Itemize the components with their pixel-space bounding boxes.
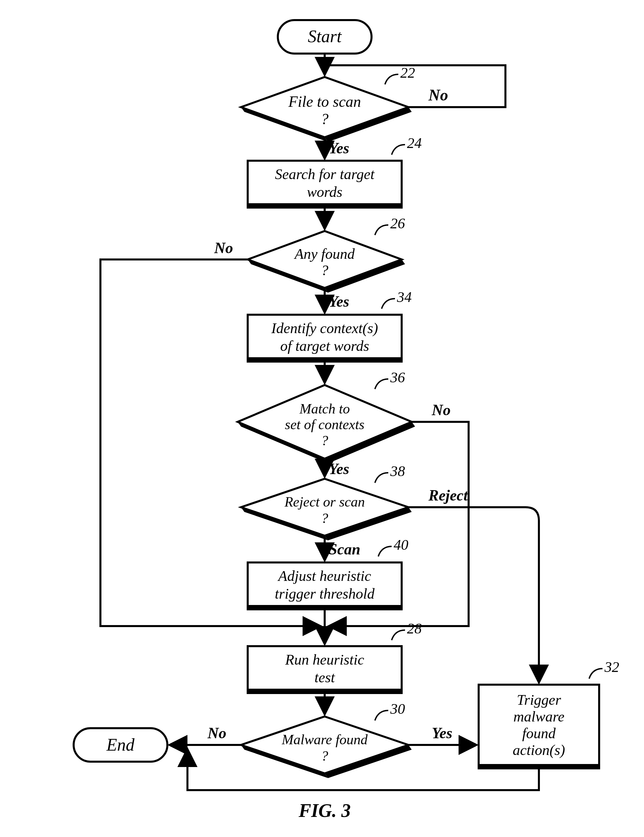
svg-text:?: ? [321, 748, 328, 764]
ref-38: 38 [390, 463, 405, 479]
label-30-no: No [207, 724, 226, 742]
label-22-no: No [428, 86, 448, 104]
decision-any-found: Any found ? [248, 231, 405, 293]
edge-38-reject-32 [408, 507, 539, 683]
svg-text:found: found [522, 725, 556, 742]
decision-malware-found: Malware found ? [241, 717, 412, 778]
svg-text:malware: malware [513, 709, 564, 725]
svg-text:trigger threshold: trigger threshold [275, 586, 375, 602]
svg-text:?: ? [321, 110, 329, 128]
process-trigger-actions: Trigger malware found action(s) [478, 685, 599, 765]
ref-22: 22 [400, 65, 415, 81]
svg-text:words: words [307, 184, 342, 200]
process-run-heuristic: Run heuristic test [248, 646, 401, 690]
figure-caption: FIG. 3 [298, 800, 351, 821]
svg-text:Identify context(s): Identify context(s) [271, 320, 378, 336]
svg-text:Search for target: Search for target [275, 166, 375, 182]
svg-text:?: ? [321, 433, 328, 448]
svg-text:Any found: Any found [293, 246, 355, 262]
process-search-target-words: Search for target words [248, 161, 401, 204]
svg-text:Run heuristic: Run heuristic [285, 652, 364, 668]
svg-text:Match to: Match to [299, 401, 350, 417]
svg-text:of target words: of target words [280, 338, 369, 354]
label-36-yes: Yes [329, 460, 349, 478]
process-identify-contexts: Identify context(s) of target words [248, 315, 401, 358]
ref-40: 40 [393, 537, 408, 553]
decision-reject-or-scan: Reject or scan ? [241, 479, 412, 540]
flowchart: Start File to scan ? 22 Search for targe… [0, 0, 644, 837]
label-30-yes: Yes [432, 724, 452, 742]
svg-text:File to scan: File to scan [288, 93, 361, 110]
start-label: Start [308, 27, 342, 46]
label-22-yes: Yes [329, 140, 349, 157]
svg-text:Trigger: Trigger [517, 692, 561, 708]
ref-34: 34 [397, 289, 412, 305]
svg-text:Adjust heuristic: Adjust heuristic [277, 568, 371, 584]
label-38-reject: Reject [428, 487, 468, 504]
ref-28: 28 [407, 620, 422, 637]
svg-text:?: ? [321, 262, 328, 279]
label-26-no: No [214, 240, 233, 256]
svg-text:Reject or scan: Reject or scan [284, 494, 365, 510]
ref-36: 36 [390, 369, 405, 386]
label-38-scan: Scan [329, 541, 361, 558]
label-26-yes: Yes [329, 293, 349, 310]
ref-32: 32 [604, 659, 619, 675]
svg-text:?: ? [321, 510, 328, 526]
svg-text:test: test [314, 669, 335, 686]
start-node: Start [278, 20, 372, 54]
end-label: End [106, 735, 135, 754]
process-adjust-threshold: Adjust heuristic trigger threshold [248, 563, 401, 606]
ref-30: 30 [390, 701, 405, 717]
svg-text:Malware found: Malware found [282, 732, 368, 747]
svg-text:action(s): action(s) [513, 742, 565, 758]
decision-file-to-scan: File to scan ? [241, 77, 412, 142]
label-36-no: No [431, 401, 451, 419]
ref-26: 26 [390, 215, 405, 232]
end-node: End [74, 728, 167, 762]
ref-24: 24 [407, 135, 422, 151]
decision-match-contexts: Match to set of contexts ? [238, 385, 415, 463]
svg-text:set of contexts: set of contexts [285, 417, 364, 432]
